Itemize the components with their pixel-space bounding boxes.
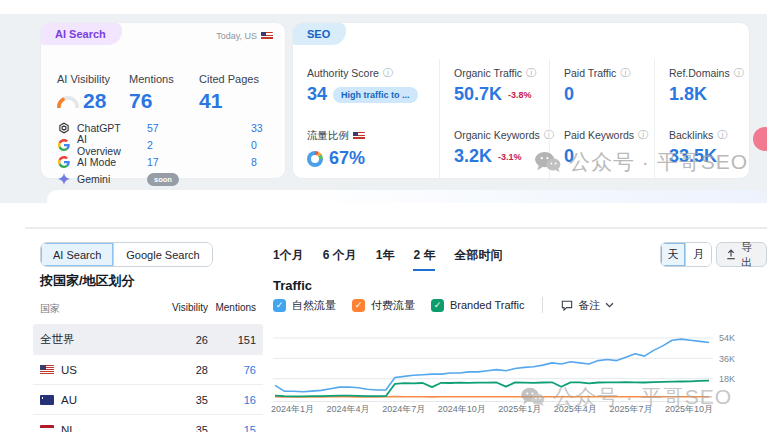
ai-visibility-value: 28 [83, 89, 106, 113]
authority-score-value: 34 [307, 84, 327, 105]
x-axis-tick: 2024年10月 [438, 403, 486, 416]
engine-mentions[interactable]: 57 [129, 122, 199, 134]
section-gap [0, 203, 767, 229]
us-flag-icon [353, 132, 365, 140]
donut-chart-icon [307, 151, 323, 167]
dashboard: AI Search Today, US AI Visibility 28 Men… [0, 0, 767, 432]
engine-mentions[interactable]: 17 [129, 156, 199, 168]
visibility-value: 28 [166, 364, 208, 376]
paid-keywords-label: Paid Keywords [564, 129, 634, 141]
engine-cited[interactable]: 0 [199, 139, 257, 151]
granularity-month-button[interactable]: 月 [686, 243, 711, 266]
organic-traffic-value[interactable]: 50.7K [454, 84, 502, 105]
info-icon[interactable]: ⓘ [526, 68, 536, 78]
engine-name: AI Mode [77, 156, 129, 168]
engine-row-gemini: Gemini soon [57, 171, 275, 187]
google-icon [57, 155, 71, 169]
x-axis-tick: 2025年7月 [609, 403, 652, 416]
filter-all-time[interactable]: 全部时间 [454, 247, 502, 271]
x-axis-tick: 2025年4月 [554, 403, 597, 416]
search-type-tabs: AI Search Google Search [40, 242, 213, 267]
info-icon[interactable]: ⓘ [717, 130, 727, 140]
table-row-nl[interactable]: NL 35 15 [33, 414, 263, 432]
table-row-worldwide[interactable]: 全世界 26 151 [33, 324, 263, 354]
info-icon[interactable]: ⓘ [638, 130, 648, 140]
header-country[interactable]: 国家 [40, 302, 166, 316]
engine-mentions[interactable]: 2 [129, 139, 199, 151]
legend-label: 付费流量 [371, 298, 415, 313]
legend-divider [542, 297, 543, 313]
checkbox-checked-icon[interactable]: ✓ [431, 299, 444, 312]
country-table-header: 国家 Visibility Mentions [33, 298, 263, 324]
date-label: Today, US [216, 31, 257, 41]
country-name: AU [61, 394, 77, 406]
info-icon[interactable]: ⓘ [383, 68, 393, 78]
authority-score-cell: Authority Scoreⓘ 34 High traffic to ... [293, 59, 439, 121]
us-flag-icon [261, 32, 273, 40]
organic-keywords-delta: -3.1% [498, 152, 522, 162]
checkbox-checked-icon[interactable]: ✓ [352, 299, 365, 312]
engine-name: AI Overview [77, 133, 129, 157]
table-row-au[interactable]: AU 35 16 [33, 384, 263, 414]
x-axis-tick: 2025年10月 [665, 403, 713, 416]
mentions-value[interactable]: 76 [208, 364, 256, 376]
traffic-share-value: 67% [329, 148, 365, 169]
header-mentions[interactable]: Mentions [208, 302, 256, 316]
engine-list: ChatGPT 57 33 AI Overview 2 0 AI Mode 17… [57, 119, 275, 187]
legend-label: 自然流量 [292, 298, 336, 313]
backlinks-value[interactable]: 33.5K [669, 146, 717, 167]
organic-keywords-value[interactable]: 3.2K [454, 146, 492, 167]
gemini-icon [57, 172, 71, 186]
notes-dropdown[interactable]: 备注 [561, 298, 614, 313]
x-axis-tick: 2024年4月 [327, 403, 370, 416]
y-axis-tick: 54K [719, 333, 735, 343]
ai-search-card: AI Search Today, US AI Visibility 28 Men… [40, 22, 286, 179]
granularity-toggle: 天 月 [660, 242, 712, 267]
organic-keywords-cell: Organic Keywordsⓘ 3.2K -3.1% [439, 121, 549, 183]
organic-traffic-label: Organic Traffic [454, 67, 522, 79]
au-flag-icon [40, 395, 54, 405]
mentions-value[interactable]: 16 [208, 394, 256, 406]
mentions-value[interactable]: 15 [208, 424, 256, 432]
tab-google-search[interactable]: Google Search [114, 243, 211, 266]
header-visibility[interactable]: Visibility [166, 302, 208, 316]
country-name: NL [61, 424, 76, 432]
info-icon[interactable]: ⓘ [734, 68, 744, 78]
filter-2-years[interactable]: 2 年 [413, 247, 435, 271]
chatgpt-icon [57, 121, 71, 135]
tab-ai-search[interactable]: AI Search [41, 243, 114, 266]
export-button[interactable]: 导出 [716, 242, 767, 267]
engine-row-ai-mode: AI Mode 17 8 [57, 154, 275, 170]
ref-domains-label: Ref.Domains [669, 67, 730, 79]
country-table: 国家 Visibility Mentions 全世界 26 151 US 28 … [33, 298, 263, 432]
granularity-day-button[interactable]: 天 [661, 243, 686, 266]
filter-1-month[interactable]: 1个月 [273, 247, 304, 271]
x-axis-labels: 2024年1月 2024年4月 2024年7月 2024年10月 2025年1月… [271, 403, 713, 416]
legend-organic-traffic[interactable]: ✓ 自然流量 [273, 298, 336, 313]
country-name: US [61, 364, 77, 376]
engine-cited[interactable]: 33 [199, 122, 263, 134]
filter-6-months[interactable]: 6 个月 [323, 247, 357, 271]
paid-traffic-value[interactable]: 0 [564, 84, 574, 105]
paid-keywords-cell: Paid Keywordsⓘ 0 [549, 121, 654, 183]
paid-keywords-value[interactable]: 0 [564, 146, 574, 167]
engine-row-ai-overview: AI Overview 2 0 [57, 137, 275, 153]
traffic-share-cell: 流量比例 67% [293, 121, 439, 183]
filter-1-year[interactable]: 1年 [376, 247, 395, 271]
y-axis-tick: 36K [719, 354, 735, 364]
ref-domains-value[interactable]: 1.8K [669, 84, 707, 105]
table-row-us[interactable]: US 28 76 [33, 354, 263, 384]
comment-icon [561, 300, 573, 311]
legend-branded-traffic[interactable]: ✓ Branded Traffic [431, 299, 524, 312]
traffic-chart[interactable] [273, 322, 713, 402]
paid-traffic-label: Paid Traffic [564, 67, 616, 79]
cited-pages-value: 41 [199, 89, 222, 113]
authority-score-tag[interactable]: High traffic to ... [333, 87, 418, 103]
info-icon[interactable]: ⓘ [620, 68, 630, 78]
nl-flag-icon [40, 425, 54, 432]
checkbox-checked-icon[interactable]: ✓ [273, 299, 286, 312]
time-range-filters: 1个月 6 个月 1年 2 年 全部时间 [273, 247, 502, 271]
backlinks-cell: Backlinksⓘ 33.5K [654, 121, 751, 183]
engine-cited[interactable]: 8 [199, 156, 257, 168]
legend-paid-traffic[interactable]: ✓ 付费流量 [352, 298, 415, 313]
